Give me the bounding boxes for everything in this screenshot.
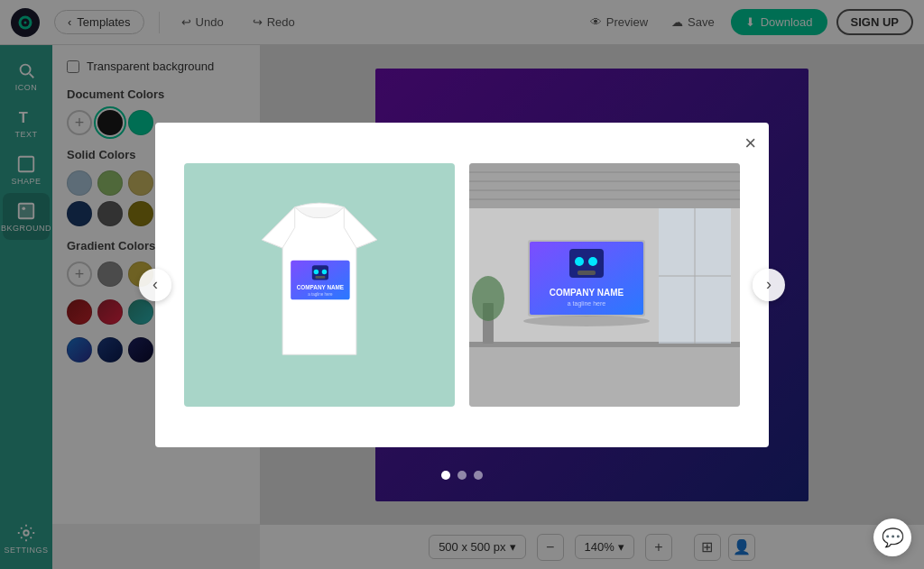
modal-images: COMPANY NAME a tagline here — [173, 163, 751, 407]
carousel-dot-1[interactable] — [441, 471, 450, 480]
svg-text:a tagline here: a tagline here — [308, 291, 333, 296]
svg-rect-18 — [469, 163, 740, 208]
svg-point-31 — [575, 257, 584, 266]
mockup-modal: × ‹ › — [155, 123, 769, 447]
svg-text:a tagline here: a tagline here — [568, 300, 606, 307]
chat-bubble-button[interactable]: 💬 — [873, 519, 911, 556]
svg-point-36 — [523, 316, 650, 326]
svg-text:COMPANY NAME: COMPANY NAME — [550, 288, 624, 298]
chat-icon: 💬 — [882, 527, 904, 548]
svg-rect-14 — [315, 276, 325, 279]
svg-rect-33 — [578, 271, 596, 275]
office-mockup-card[interactable]: COMPANY NAME a tagline here — [469, 163, 740, 407]
tshirt-visual: COMPANY NAME a tagline here — [243, 195, 396, 375]
carousel-dot-2[interactable] — [457, 471, 467, 480]
svg-point-32 — [588, 257, 597, 266]
tshirt-mockup-card[interactable]: COMPANY NAME a tagline here — [184, 163, 455, 407]
svg-point-12 — [314, 269, 319, 273]
svg-point-13 — [322, 269, 327, 273]
modal-next-button[interactable]: › — [753, 269, 785, 301]
modal-overlay[interactable]: × ‹ › — [0, 0, 924, 569]
svg-text:COMPANY NAME: COMPANY NAME — [297, 284, 344, 290]
carousel-dot-3[interactable] — [474, 471, 483, 480]
carousel-dots — [441, 471, 483, 480]
modal-close-button[interactable]: × — [744, 132, 756, 155]
svg-point-38 — [472, 276, 504, 321]
modal-prev-button[interactable]: ‹ — [139, 269, 171, 301]
svg-rect-23 — [469, 344, 740, 407]
